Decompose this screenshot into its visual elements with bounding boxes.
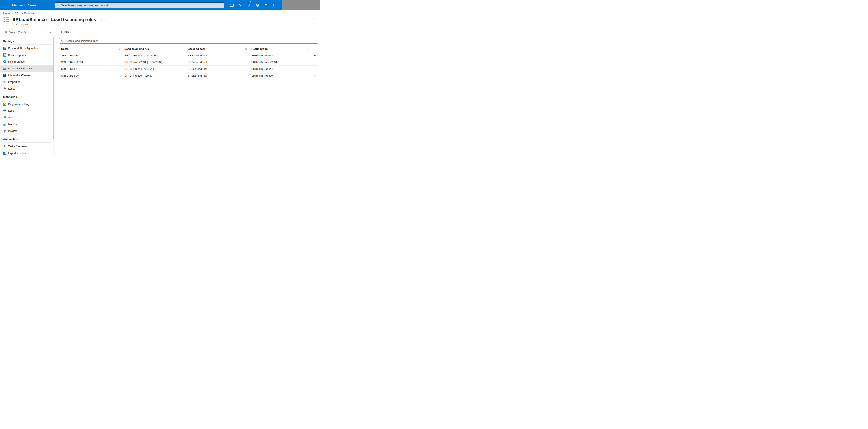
backend-pools-icon <box>3 54 6 57</box>
sidebar-item-export-template[interactable]: Export template <box>0 150 55 156</box>
cloud-shell-icon <box>230 4 234 6</box>
rule-backend-pool: SRBackendPool <box>188 61 251 64</box>
azure-topbar: ≡ Microsoft Azure 4 ⚙ ? ☺ <box>0 0 320 10</box>
topbar-actions: 4 ⚙ ? ☺ <box>227 0 279 10</box>
search-icon <box>61 39 64 42</box>
feedback-button[interactable]: ☺ <box>270 0 279 10</box>
notifications-button[interactable]: 4 <box>244 0 253 10</box>
blade-body: « Settings Frontend IP configuration Bac… <box>0 28 320 156</box>
diagnostic-settings-icon <box>3 103 6 106</box>
sidebar-section-automation: Automation <box>3 137 52 143</box>
row-menu-icon[interactable]: ··· <box>309 74 318 77</box>
cloud-shell-button[interactable] <box>227 0 236 10</box>
sidebar-item-tasks-preview[interactable]: Tasks (preview) <box>0 143 55 150</box>
row-menu-icon[interactable]: ··· <box>309 54 318 57</box>
sort-icon: ↑↓ <box>118 48 120 50</box>
help-button[interactable]: ? <box>261 0 270 10</box>
global-search-input[interactable] <box>55 3 224 8</box>
command-bar: + Add <box>59 28 318 36</box>
sort-icon: ↑↓ <box>245 48 247 50</box>
breadcrumb-home-link[interactable]: Home <box>3 12 10 15</box>
page-header: SRLoadBalance | Load balancing rules ···… <box>0 15 320 28</box>
azure-brand[interactable]: Microsoft Azure <box>12 3 36 7</box>
sidebar-item-locks[interactable]: Locks <box>0 85 55 92</box>
close-icon[interactable]: × <box>313 17 315 21</box>
sidebar-section-monitoring: Monitoring <box>3 95 52 100</box>
tasks-icon <box>3 145 6 148</box>
rule-detail: SRTCPRule22334 (TCP/22334) <box>124 61 188 64</box>
row-menu-icon[interactable]: ··· <box>309 67 318 70</box>
collapse-menu-icon[interactable]: « <box>48 31 53 34</box>
scrollbar-thumb[interactable] <box>53 37 55 140</box>
sidebar-item-metrics[interactable]: Metrics <box>0 121 55 127</box>
table-header: Name ↑↓ Load balancing rule ↑↓ Backend p… <box>59 46 318 52</box>
add-button[interactable]: + Add <box>59 29 70 34</box>
health-probes-icon <box>3 60 6 63</box>
column-header-load-balancing-rule[interactable]: Load balancing rule ↑↓ <box>124 47 188 51</box>
settings-gear-button[interactable]: ⚙ <box>253 0 261 10</box>
sidebar-item-load-balancing-rules[interactable]: Load balancing rules <box>0 65 55 72</box>
metrics-icon <box>3 123 6 126</box>
row-menu-icon[interactable]: ··· <box>309 60 318 64</box>
rule-name: SRTCPRule443 <box>61 67 124 70</box>
rule-name: SRTCPRule80 <box>61 74 124 77</box>
page-subtitle: Load balancer <box>12 23 317 26</box>
rules-table: Name ↑↓ Load balancing rule ↑↓ Backend p… <box>59 46 318 79</box>
account-area[interactable] <box>282 0 320 10</box>
blade-name: Load balancing rules <box>51 17 96 22</box>
rule-detail: SRTCPRule80 (TCP/80) <box>124 74 188 77</box>
properties-icon <box>3 81 6 84</box>
rule-health-probe: SRHealthProbe1801 <box>251 54 309 57</box>
scroll-down-icon[interactable]: ▼ <box>53 154 55 155</box>
table-row[interactable]: SRTCPRule80 SRTCPRule80 (TCP/80) SRBacke… <box>59 72 318 79</box>
scroll-up-icon[interactable]: ▲ <box>53 35 55 36</box>
more-button[interactable]: ··· <box>101 18 105 21</box>
resource-name: SRLoadBalance <box>12 17 47 22</box>
directory-filter-button[interactable] <box>236 0 244 10</box>
load-balancing-rules-icon <box>3 67 6 70</box>
sidebar-item-diagnostic-settings[interactable]: Diagnostic settings <box>0 101 55 107</box>
sort-icon: ↑↓ <box>307 48 309 50</box>
frontend-ip-configuration-icon <box>3 47 6 50</box>
page-title: SRLoadBalance | Load balancing rules <box>12 17 96 22</box>
plus-icon: + <box>60 30 63 34</box>
rule-backend-pool: SRBackendPool <box>188 54 251 57</box>
column-header-name[interactable]: Name ↑↓ <box>61 47 124 51</box>
sort-icon: ↑↓ <box>181 48 183 50</box>
rule-detail: SRTCPRule1801 (TCP/1801) <box>124 54 188 57</box>
table-row[interactable]: SRTCPRule22334 SRTCPRule22334 (TCP/22334… <box>59 59 318 65</box>
menu-search-input[interactable] <box>3 30 47 35</box>
logs-icon <box>3 109 6 112</box>
column-header-backend-pool[interactable]: Backend pool ↑↓ <box>188 47 251 51</box>
rule-backend-pool: SRBackendPool <box>188 67 251 70</box>
rules-search <box>59 38 318 44</box>
inbound-nat-rules-icon <box>3 74 6 77</box>
sidebar-scrollbar[interactable]: ▲ ▼ <box>53 34 55 156</box>
breadcrumb-current-link[interactable]: SRLoadBalance <box>15 12 34 15</box>
main-content: + Add Name ↑↓ Load balancing rule ↑↓ Bac… <box>55 28 320 156</box>
export-template-icon <box>3 151 6 154</box>
lock-icon <box>3 87 6 90</box>
sidebar-item-health-probes[interactable]: Health probes <box>0 58 55 65</box>
sidebar-item-frontend-ip-configuration[interactable]: Frontend IP configuration <box>0 45 55 52</box>
menu-icon[interactable]: ≡ <box>0 0 11 10</box>
sidebar-item-insights[interactable]: Insights <box>0 127 55 134</box>
breadcrumb-separator: > <box>12 12 13 15</box>
sidebar-item-logs[interactable]: Logs <box>0 107 55 114</box>
rule-health-probe: SRHealthProbe443 <box>251 67 309 70</box>
load-balancer-icon <box>3 16 10 23</box>
sidebar-item-properties[interactable]: Properties <box>0 79 55 85</box>
rules-search-input[interactable] <box>59 38 318 44</box>
column-header-health-probe[interactable]: Health probe ↑↓ <box>251 47 309 51</box>
search-icon <box>57 4 60 7</box>
rule-backend-pool: SRBackendPool <box>188 74 251 77</box>
insights-icon <box>3 130 6 133</box>
table-row[interactable]: SRTCPRule1801 SRTCPRule1801 (TCP/1801) S… <box>59 52 318 59</box>
sidebar-item-alerts[interactable]: Alerts <box>0 114 55 121</box>
table-row[interactable]: SRTCPRule443 SRTCPRule443 (TCP/443) SRBa… <box>59 65 318 72</box>
rule-name: SRTCPRule22334 <box>61 61 124 64</box>
notification-badge: 4 <box>249 1 252 4</box>
rule-health-probe: SRHealthProbe80 <box>251 74 309 77</box>
sidebar-item-inbound-nat-rules[interactable]: Inbound NAT rules <box>0 72 55 79</box>
sidebar-item-backend-pools[interactable]: Backend pools <box>0 52 55 58</box>
